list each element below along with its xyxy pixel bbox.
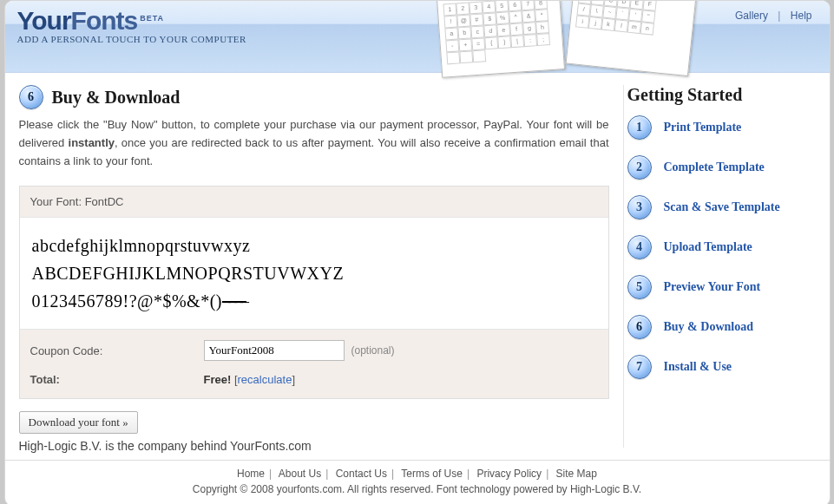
- coupon-row: Coupon Code: (optional): [30, 340, 598, 361]
- font-preview: abcdefghijklmnopqrstuvwxyz ABCDEFGHIJKLM…: [20, 217, 608, 330]
- step-number-badge: 6: [19, 85, 43, 109]
- getting-started-steps: 1Print Template 2Complete Template 3Scan…: [627, 115, 821, 379]
- app-chrome: YourFontsBETA ADD A PERSONAL TOUCH TO YO…: [4, 0, 831, 504]
- footer: Home| About Us| Contact Us| Terms of Use…: [5, 460, 830, 504]
- recalculate-link[interactable]: recalculate: [238, 373, 292, 386]
- coupon-label: Coupon Code:: [30, 344, 204, 357]
- footer-links: Home| About Us| Contact Us| Terms of Use…: [5, 468, 830, 480]
- step-install-use[interactable]: 7Install & Use: [627, 355, 821, 379]
- header: YourFontsBETA ADD A PERSONAL TOUCH TO YO…: [5, 1, 830, 73]
- font-panel: Your Font: FontDC abcdefghijklmnopqrstuv…: [19, 186, 609, 399]
- footer-home[interactable]: Home: [237, 468, 265, 480]
- template-sheet-icon: 12345678 !@#$%^&* abcdefgh -+={}|:;: [436, 0, 564, 78]
- step-preview-font[interactable]: 5Preview Your Font: [627, 275, 821, 299]
- brand-logo[interactable]: YourFontsBETA: [17, 6, 246, 36]
- intro-paragraph: Please click the "Buy Now" button, to co…: [19, 116, 609, 170]
- font-name: FontDC: [85, 195, 124, 208]
- template-sheet-icon: ABCDEF /\~`'" ijklmn: [565, 0, 696, 76]
- sidebar: Getting Started 1Print Template 2Complet…: [624, 73, 830, 460]
- footer-sitemap[interactable]: Site Map: [556, 468, 597, 480]
- body-row: 6 Buy & Download Please click the "Buy N…: [5, 73, 830, 460]
- template-decor: 12345678 !@#$%^&* abcdefgh -+={}|:; ABCD…: [439, 0, 699, 79]
- footer-contact[interactable]: Contact Us: [336, 468, 387, 480]
- step-complete-template[interactable]: 2Complete Template: [627, 155, 821, 180]
- step-upload-template[interactable]: 4Upload Template: [627, 235, 821, 259]
- brand-your: Your: [17, 6, 71, 35]
- brand-fonts: Fonts: [71, 6, 138, 35]
- step-scan-save-template[interactable]: 3Scan & Save Template: [627, 195, 821, 219]
- brand-beta: BETA: [140, 14, 164, 23]
- total-value: Free!: [204, 373, 232, 386]
- preview-lower: abcdefghijklmnopqrstuvwxyz: [32, 232, 596, 259]
- preview-symbols: 0123456789!?@*$%&*()––––: [32, 287, 596, 315]
- company-note: High-Logic B.V. is the company behind Yo…: [19, 439, 609, 453]
- coupon-input[interactable]: [204, 340, 345, 361]
- top-nav: Gallery | Help: [735, 10, 812, 22]
- download-font-button[interactable]: Download your font »: [19, 411, 138, 434]
- brand-block: YourFontsBETA ADD A PERSONAL TOUCH TO YO…: [17, 6, 246, 44]
- coupon-optional: (optional): [351, 344, 395, 357]
- total-label: Total:: [30, 373, 204, 386]
- page-title-text: Buy & Download: [52, 88, 181, 108]
- preview-upper: ABCDEFGHIJKLMNOPQRSTUVWXYZ: [32, 259, 596, 287]
- font-label: Your Font:: [30, 195, 85, 208]
- sidebar-title: Getting Started: [627, 85, 821, 105]
- step-print-template[interactable]: 1Print Template: [627, 115, 821, 140]
- nav-help-link[interactable]: Help: [791, 10, 812, 22]
- main-column: 6 Buy & Download Please click the "Buy N…: [5, 73, 623, 460]
- nav-separator: |: [778, 10, 780, 22]
- footer-about[interactable]: About Us: [279, 468, 321, 480]
- nav-gallery-link[interactable]: Gallery: [735, 10, 768, 22]
- font-panel-header: Your Font: FontDC: [20, 187, 608, 217]
- footer-privacy[interactable]: Privacy Policy: [476, 468, 542, 480]
- step-buy-download[interactable]: 6Buy & Download: [627, 315, 821, 339]
- page-title: 6 Buy & Download: [19, 85, 609, 109]
- footer-copyright: Copyright © 2008 yourfonts.com. All righ…: [5, 483, 830, 495]
- font-panel-footer: Coupon Code: (optional) Total: Free! [ r…: [20, 330, 608, 398]
- tagline: ADD A PERSONAL TOUCH TO YOUR COMPUTER: [17, 34, 246, 44]
- footer-terms[interactable]: Terms of Use: [401, 468, 463, 480]
- total-row: Total: Free! [ recalculate ]: [30, 373, 598, 386]
